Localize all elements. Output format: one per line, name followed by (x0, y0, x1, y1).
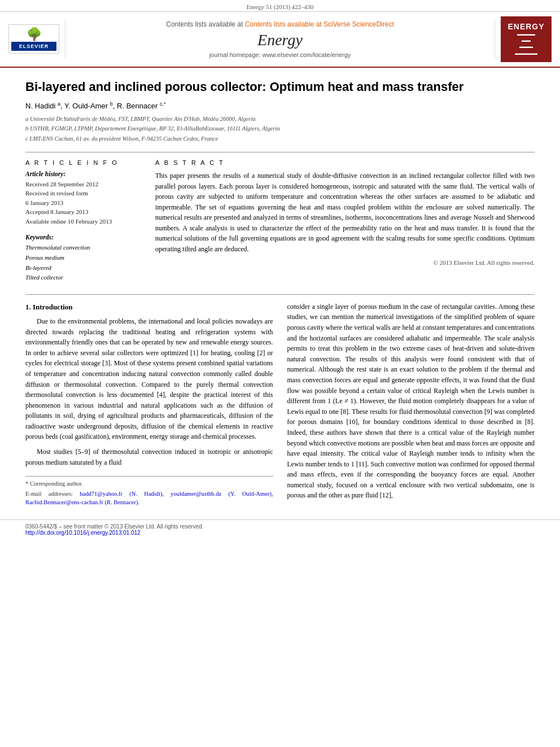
body-col-left: 1. Introduction Due to the environmental… (25, 302, 273, 509)
received-date: Received 28 September 2012 (25, 180, 138, 189)
accepted-date: Accepted 8 January 2013 (25, 207, 138, 217)
affiliation-b: b USTHB, FGMGP, LTPMP, Département Energ… (25, 124, 535, 133)
body-para-right-1: consider a single layer of porous medium… (287, 302, 535, 501)
header-divider (25, 152, 535, 152)
abstract-text: This paper presents the results of a num… (155, 171, 535, 255)
energy-logo-label: ENERGY (504, 22, 549, 31)
email-line: E-mail addresses: hadd71@yahoo.fr (N. Ha… (25, 490, 273, 506)
author-bennacer: R. Bennacer c,* (117, 102, 165, 110)
copyright-line: © 2013 Elsevier Ltd. All rights reserved… (155, 259, 535, 266)
keyword-1: Thermosolutal convection (25, 243, 138, 253)
revised-date: 6 January 2013 (25, 198, 138, 208)
sciverse-link[interactable]: Contents lists available at SciVerse Sci… (245, 20, 394, 28)
doi-link[interactable]: http://dx.doi.org/10.1016/j.energy.2013.… (25, 530, 141, 536)
elsevier-label: ELSEVIER (11, 42, 56, 51)
doi-line: http://dx.doi.org/10.1016/j.energy.2013.… (25, 530, 535, 536)
section1-heading: 1. Introduction (25, 302, 273, 313)
article-info-header: A R T I C L E I N F O (25, 159, 138, 166)
issn-line: 0360-5442/$ – see front matter © 2013 El… (25, 523, 535, 530)
email-label: E-mail addresses: (25, 491, 73, 497)
tree-icon: 🌳 (11, 27, 56, 42)
keyword-2: Porous medium (25, 253, 138, 263)
corresponding-author: * Corresponding author. (25, 480, 273, 488)
keyword-3: Bi-layered (25, 263, 138, 273)
abstract-col: A B S T R A C T This paper presents the … (155, 159, 535, 283)
author-hadidi: N. Hadidi a, (25, 102, 64, 110)
keyword-4: Tilted collector (25, 273, 138, 283)
keywords-list: Thermosolutal convection Porous medium B… (25, 243, 138, 282)
affiliations: a Université Dr.YahiaFarès de Médéa, FST… (25, 115, 535, 143)
author-ould-amer: Y. Ould-Amer b, (64, 102, 117, 110)
journal-top-bar: Energy 51 (2013) 422–430 (0, 0, 560, 12)
abstract-header: A B S T R A C T (155, 159, 535, 166)
sciverse-text: Contents lists available at Contents lis… (77, 20, 483, 29)
journal-title: Energy (77, 31, 483, 49)
energy-logo: ENERGY ▬▬▬▬▬▬▬▬▬▬▬▬▬▬ (501, 16, 552, 62)
affiliation-a: a Université Dr.YahiaFarès de Médéa, FST… (25, 115, 535, 124)
footnote-area: * Corresponding author. E-mail addresses… (25, 476, 273, 506)
body-para-2: Most studies [5–9] of thermosolutal conv… (25, 447, 273, 468)
received-revised-label: Received in revised form (25, 189, 138, 198)
available-date: Available online 10 February 2013 (25, 217, 138, 226)
article-info-col: A R T I C L E I N F O Article history: R… (25, 159, 138, 283)
main-content: Bi-layered and inclined porous collector… (0, 68, 560, 520)
article-info-abstract: A R T I C L E I N F O Article history: R… (25, 159, 535, 283)
body-para-1: Due to the environmental problems, the i… (25, 316, 273, 442)
journal-citation: Energy 51 (2013) 422–430 (247, 3, 314, 10)
journal-homepage: journal homepage: www.elsevier.com/locat… (77, 51, 483, 58)
authors: N. Hadidi a, Y. Ould-Amer b, R. Bennacer… (25, 101, 535, 110)
body-section: 1. Introduction Due to the environmental… (25, 302, 535, 509)
energy-logo-lines: ▬▬▬▬▬▬▬▬▬▬▬▬▬▬ (504, 31, 549, 56)
bottom-bar: 0360-5442/$ – see front matter © 2013 El… (0, 519, 560, 539)
journal-center: Contents lists available at Contents lis… (65, 20, 495, 58)
keywords-label: Keywords: (25, 234, 138, 241)
history-label: Article history: (25, 171, 138, 177)
journal-header: 🌳 ELSEVIER Contents lists available at C… (0, 12, 560, 68)
elsevier-logo: 🌳 ELSEVIER (8, 24, 59, 54)
body-divider (25, 294, 535, 295)
body-col-right: consider a single layer of porous medium… (287, 302, 535, 509)
affiliation-c: c LMT-ENS Cachan, 61 av. du president Wi… (25, 134, 535, 143)
article-title: Bi-layered and inclined porous collector… (25, 79, 535, 95)
